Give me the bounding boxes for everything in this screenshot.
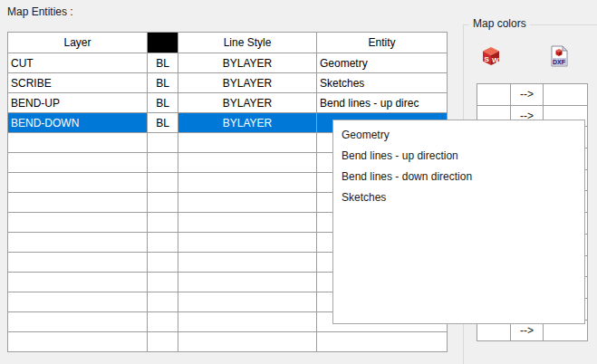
sw-color-cell[interactable]	[477, 84, 511, 106]
cell-line-style[interactable]	[178, 253, 317, 273]
table-row: CUT BL BYLAYER Geometry	[8, 53, 448, 73]
cell-color[interactable]	[148, 193, 178, 213]
cell-line-style[interactable]	[178, 233, 317, 253]
cell-layer[interactable]	[8, 133, 148, 153]
dropdown-item-bend-up[interactable]: Bend lines - up direction	[333, 146, 584, 167]
solidworks-icon: S W	[480, 45, 502, 67]
cell-color[interactable]	[148, 292, 178, 312]
cell-line-style[interactable]: BYLAYER	[178, 73, 317, 93]
cell-line-style[interactable]	[178, 312, 317, 332]
cell-layer[interactable]	[8, 292, 148, 312]
cell-layer[interactable]: BEND-DOWN	[8, 113, 148, 133]
sw-letter-s: S	[485, 55, 490, 63]
cell-layer[interactable]	[8, 312, 148, 332]
cell-color[interactable]	[148, 312, 178, 332]
dropdown-item-sketches[interactable]: Sketches	[333, 187, 584, 208]
cell-color[interactable]	[148, 253, 178, 273]
cell-layer[interactable]: CUT	[8, 53, 148, 73]
cell-line-style[interactable]	[178, 173, 317, 193]
cell-color[interactable]	[148, 173, 178, 193]
cell-line-style[interactable]	[178, 193, 317, 213]
dxf-file-icon: DXF	[548, 45, 570, 67]
cell-layer[interactable]	[8, 273, 148, 292]
cell-color[interactable]	[148, 153, 178, 173]
cell-entity[interactable]	[317, 332, 448, 352]
cell-line-style[interactable]	[178, 213, 317, 233]
cell-layer[interactable]	[8, 253, 148, 273]
cell-entity[interactable]: Geometry	[317, 53, 448, 73]
cell-layer[interactable]	[8, 332, 148, 352]
cell-color[interactable]	[148, 233, 178, 253]
dxf-color-cell[interactable]	[544, 84, 588, 106]
table-row: BEND-UP BL BYLAYER Bend lines - up direc	[8, 93, 448, 113]
map-colors-label: Map colors	[469, 17, 530, 30]
cell-entity[interactable]: Sketches	[317, 73, 448, 93]
cell-color[interactable]: BL	[148, 53, 178, 73]
cell-line-style[interactable]: BYLAYER	[178, 93, 317, 113]
table-header-row: Layer Line Style Entity	[8, 33, 448, 53]
cell-layer[interactable]	[8, 173, 148, 193]
column-header-color-swatch[interactable]	[148, 33, 178, 53]
cell-color[interactable]: BL	[148, 113, 178, 133]
cell-layer[interactable]	[8, 193, 148, 213]
cell-line-style[interactable]	[178, 273, 317, 292]
cell-line-style[interactable]	[178, 133, 317, 153]
cell-line-style[interactable]	[178, 332, 317, 352]
cell-color[interactable]	[148, 213, 178, 233]
dropdown-item-geometry[interactable]: Geometry	[333, 125, 584, 146]
cell-layer[interactable]	[8, 233, 148, 253]
cell-color[interactable]: BL	[148, 93, 178, 113]
table-row	[8, 332, 448, 352]
cell-line-style[interactable]: BYLAYER	[178, 113, 317, 133]
cell-line-style[interactable]	[178, 153, 317, 173]
cell-color[interactable]	[148, 133, 178, 153]
map-entities-label: Map Entities :	[7, 5, 73, 18]
cell-line-style[interactable]	[178, 292, 317, 312]
export-mapping-panel: Map Entities : Layer Line Style Entity C…	[0, 0, 597, 364]
column-header-entity[interactable]: Entity	[317, 33, 448, 53]
column-header-layer[interactable]: Layer	[8, 33, 148, 53]
cell-layer[interactable]	[8, 153, 148, 173]
cell-layer[interactable]	[8, 213, 148, 233]
sw-letter-w: W	[492, 56, 499, 64]
cell-color[interactable]	[148, 332, 178, 352]
cell-entity[interactable]: Bend lines - up direc	[317, 93, 448, 113]
cell-color[interactable]: BL	[148, 73, 178, 93]
column-header-line-style[interactable]: Line Style	[178, 33, 317, 53]
arrow-cell: -->	[511, 84, 544, 106]
cell-layer[interactable]: SCRIBE	[8, 73, 148, 93]
dxf-letters: DXF	[553, 59, 566, 65]
entity-dropdown-list: Geometry Bend lines - up direction Bend …	[332, 120, 585, 324]
cell-layer[interactable]: BEND-UP	[8, 93, 148, 113]
table-row: SCRIBE BL BYLAYER Sketches	[8, 73, 448, 93]
cell-line-style[interactable]: BYLAYER	[178, 53, 317, 73]
dropdown-item-bend-down[interactable]: Bend lines - down direction	[333, 167, 584, 187]
cell-color[interactable]	[148, 273, 178, 292]
